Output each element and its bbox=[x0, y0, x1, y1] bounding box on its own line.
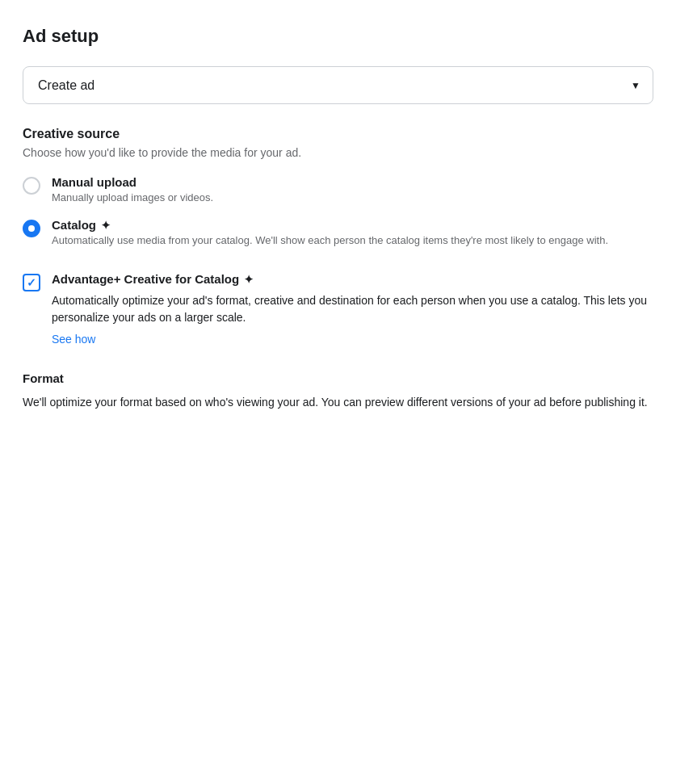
catalog-sparkle-icon: ✦ bbox=[101, 219, 111, 232]
advantage-plus-description: Automatically optimize your ad's format,… bbox=[52, 292, 653, 326]
creative-source-description: Choose how you'd like to provide the med… bbox=[23, 146, 653, 159]
catalog-option[interactable]: Catalog ✦ Automatically use media from y… bbox=[23, 218, 653, 246]
catalog-subtitle: Automatically use media from your catalo… bbox=[52, 234, 608, 246]
advantage-plus-sparkle-icon: ✦ bbox=[244, 273, 254, 286]
create-ad-dropdown[interactable]: Create ad Use existing post bbox=[23, 66, 653, 104]
create-ad-dropdown-wrapper: Create ad Use existing post ▼ bbox=[23, 66, 653, 104]
advantage-plus-content: Advantage+ Creative for Catalog ✦ Automa… bbox=[52, 272, 653, 346]
advantage-plus-section: ✓ Advantage+ Creative for Catalog ✦ Auto… bbox=[23, 269, 653, 349]
advantage-plus-title: Advantage+ Creative for Catalog ✦ bbox=[52, 272, 653, 286]
manual-upload-subtitle: Manually upload images or videos. bbox=[52, 191, 213, 203]
ad-setup-dropdown-container: Create ad Use existing post ▼ bbox=[23, 66, 653, 104]
catalog-radio[interactable] bbox=[23, 220, 40, 237]
page-title: Ad setup bbox=[23, 26, 653, 47]
creative-source-section: Creative source Choose how you'd like to… bbox=[23, 127, 653, 246]
creative-source-label: Creative source bbox=[23, 127, 653, 141]
format-description: We'll optimize your format based on who'… bbox=[23, 393, 653, 411]
manual-upload-radio[interactable] bbox=[23, 177, 40, 195]
creative-source-radio-group: Manual upload Manually upload images or … bbox=[23, 175, 653, 246]
format-section: Format We'll optimize your format based … bbox=[23, 371, 653, 411]
catalog-title: Catalog ✦ bbox=[52, 218, 608, 232]
see-how-link[interactable]: See how bbox=[52, 333, 653, 346]
manual-upload-option[interactable]: Manual upload Manually upload images or … bbox=[23, 175, 653, 203]
manual-upload-content: Manual upload Manually upload images or … bbox=[52, 175, 213, 203]
manual-upload-title: Manual upload bbox=[52, 175, 213, 189]
checkmark-icon: ✓ bbox=[27, 277, 36, 288]
advantage-plus-checkbox[interactable]: ✓ bbox=[23, 274, 40, 291]
catalog-content: Catalog ✦ Automatically use media from y… bbox=[52, 218, 608, 246]
format-title: Format bbox=[23, 371, 653, 385]
